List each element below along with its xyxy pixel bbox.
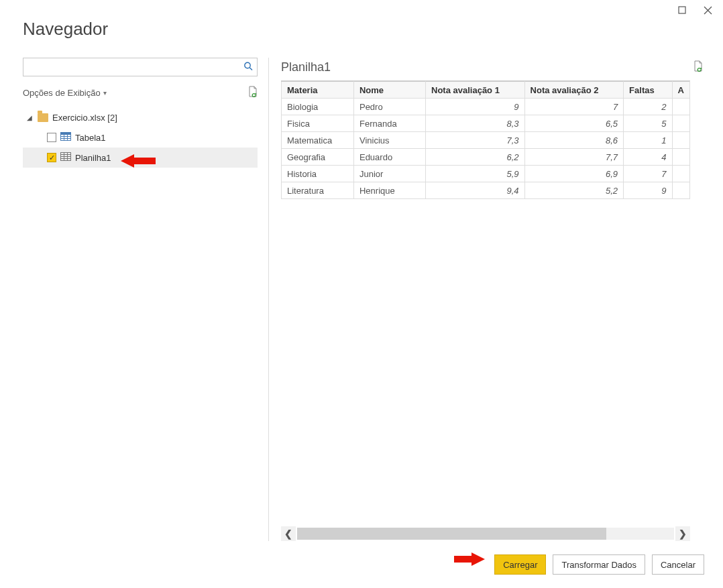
tree-file-label: Exercicio.xlsx [2]: [52, 113, 117, 123]
dialog-body: Opções de Exibição ▾ ◢ Exercicio.xlsx [2…: [23, 58, 723, 541]
preview-title: Planilha1: [281, 60, 331, 74]
tree-item-label: Tabela1: [75, 133, 106, 143]
refresh-preview-icon[interactable]: [693, 60, 703, 74]
svg-rect-11: [61, 133, 71, 135]
table-row[interactable]: BiologiaPedro972: [282, 99, 690, 115]
annotation-arrow-icon: [454, 550, 485, 570]
window-controls: [676, 4, 714, 16]
scroll-right-icon[interactable]: ❯: [675, 526, 690, 541]
search-icon[interactable]: [243, 62, 253, 73]
load-button[interactable]: Carregar: [494, 554, 546, 575]
dialog-footer: Carregar Transformar Dados Cancelar: [494, 554, 704, 575]
col-header[interactable]: Materia: [282, 82, 354, 99]
table-row[interactable]: MatematicaVinicius7,38,61: [282, 132, 690, 149]
transform-data-button[interactable]: Transformar Dados: [553, 554, 645, 575]
search-input[interactable]: [23, 58, 237, 76]
preview-header: Planilha1: [281, 58, 723, 76]
dialog-title: Navegador: [23, 19, 108, 40]
display-options-dropdown[interactable]: Opções de Exibição ▾: [23, 88, 107, 98]
table-row[interactable]: LiteraturaHenrique9,45,29: [282, 182, 690, 199]
svg-line-4: [249, 68, 252, 70]
refresh-schema-icon[interactable]: [247, 86, 258, 100]
preview-table-container: Materia Nome Nota avaliação 1 Nota avali…: [281, 80, 690, 199]
search-box[interactable]: [23, 58, 258, 76]
checkbox-checked[interactable]: ✓: [47, 153, 56, 162]
horizontal-scrollbar[interactable]: ❮ ❯: [281, 526, 690, 541]
left-panel: Opções de Exibição ▾ ◢ Exercicio.xlsx [2…: [23, 58, 268, 541]
maximize-button[interactable]: [676, 4, 688, 16]
tree-file-node[interactable]: ◢ Exercicio.xlsx [2]: [23, 107, 258, 127]
vertical-divider: [268, 58, 269, 541]
display-options-row: Opções de Exibição ▾: [23, 83, 258, 102]
table-row[interactable]: GeografiaEduardo6,27,74: [282, 149, 690, 166]
tree-item-planilha1[interactable]: ✓ Planilha1: [23, 148, 258, 168]
col-header[interactable]: A: [672, 82, 689, 99]
preview-table: Materia Nome Nota avaliação 1 Nota avali…: [281, 81, 690, 199]
folder-icon: [38, 113, 48, 122]
object-tree: ◢ Exercicio.xlsx [2] Tabela1 ✓: [23, 107, 258, 168]
tree-item-tabela1[interactable]: Tabela1: [23, 127, 258, 148]
tree-item-label: Planilha1: [75, 153, 111, 163]
table-row[interactable]: FisicaFernanda8,36,55: [282, 115, 690, 132]
svg-point-3: [245, 62, 250, 68]
checkbox-unchecked[interactable]: [47, 133, 56, 142]
cancel-button[interactable]: Cancelar: [652, 554, 704, 575]
scrollbar-thumb[interactable]: [297, 528, 606, 540]
col-header[interactable]: Nome: [353, 82, 425, 99]
svg-marker-19: [454, 552, 485, 566]
col-header[interactable]: Faltas: [624, 82, 672, 99]
col-header[interactable]: Nota avaliação 1: [426, 82, 525, 99]
col-header[interactable]: Nota avaliação 2: [524, 82, 624, 99]
square-icon: [678, 6, 686, 14]
scrollbar-track[interactable]: [297, 528, 674, 540]
navigator-dialog: Navegador Opções de Exibição ▾: [0, 0, 723, 588]
table-row[interactable]: HistoriaJunior5,96,97: [282, 166, 690, 182]
collapse-icon[interactable]: ◢: [27, 114, 34, 121]
scroll-left-icon[interactable]: ❮: [281, 526, 296, 541]
close-icon: [704, 6, 712, 15]
table-icon: [60, 132, 71, 143]
table-header-row: Materia Nome Nota avaliação 1 Nota avali…: [282, 82, 690, 99]
preview-panel: Planilha1 Materia Nome Nota avaliação 1: [281, 58, 723, 541]
worksheet-icon: [60, 152, 71, 163]
svg-rect-0: [679, 7, 685, 13]
close-button[interactable]: [702, 4, 714, 16]
display-options-label: Opções de Exibição: [23, 88, 101, 98]
chevron-down-icon: ▾: [103, 89, 107, 97]
